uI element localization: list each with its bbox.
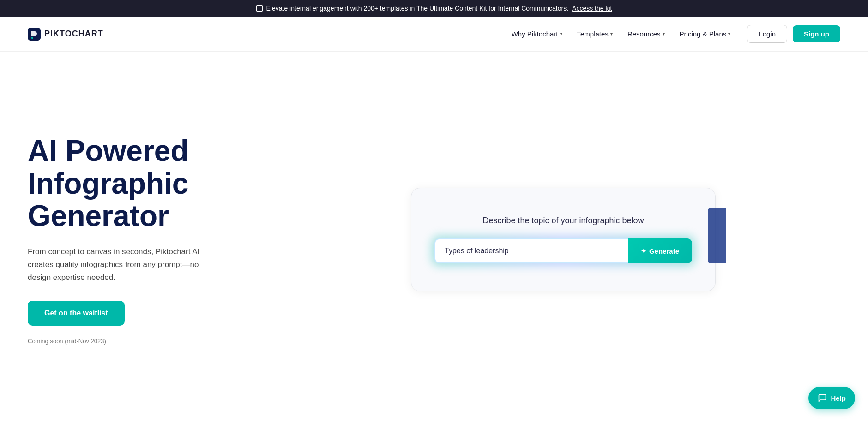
top-banner: Elevate internal engagement with 200+ te… <box>0 0 868 17</box>
document-icon <box>256 5 263 12</box>
chat-icon <box>818 393 827 403</box>
logo-icon <box>28 28 41 41</box>
sparkle-icon: ✦ <box>641 247 646 255</box>
hero-section: AI Powered Infographic Generator From co… <box>0 52 868 418</box>
nav-why-piktochart[interactable]: Why Piktochart ▾ <box>506 26 568 42</box>
login-button[interactable]: Login <box>747 25 787 43</box>
hero-left: AI Powered Infographic Generator From co… <box>28 135 268 344</box>
generate-label: Generate <box>649 247 679 255</box>
logo-text: PIKTOCHART <box>44 29 103 39</box>
logo[interactable]: PIKTOCHART <box>28 28 103 41</box>
chevron-down-icon: ▾ <box>663 31 665 36</box>
chevron-down-icon: ▾ <box>728 31 730 36</box>
ai-input-row: ✦ Generate <box>434 238 692 263</box>
banner-text: Elevate internal engagement with 200+ te… <box>266 5 569 12</box>
ai-topic-input[interactable] <box>434 238 628 263</box>
ai-generator-card: Describe the topic of your infographic b… <box>411 188 716 291</box>
navbar: PIKTOCHART Why Piktochart ▾ Templates ▾ … <box>0 17 868 52</box>
chevron-down-icon: ▾ <box>560 31 562 36</box>
svg-rect-1 <box>31 37 33 39</box>
coming-soon-text: Coming soon (mid-Nov 2023) <box>28 338 268 345</box>
waitlist-button[interactable]: Get on the waitlist <box>28 301 125 326</box>
nav-resources[interactable]: Resources ▾ <box>622 26 670 42</box>
infographic-preview <box>708 208 726 263</box>
nav-pricing[interactable]: Pricing & Plans ▾ <box>674 26 736 42</box>
banner-link[interactable]: Access the kit <box>572 5 612 12</box>
help-button[interactable]: Help <box>808 387 855 409</box>
chevron-down-icon: ▾ <box>610 31 613 36</box>
signup-button[interactable]: Sign up <box>793 25 840 42</box>
nav-buttons: Login Sign up <box>747 25 840 43</box>
nav-links: Why Piktochart ▾ Templates ▾ Resources ▾… <box>506 26 736 42</box>
hero-description: From concept to canvas in seconds, Pikto… <box>28 245 222 284</box>
generate-button[interactable]: ✦ Generate <box>628 238 692 263</box>
hero-title: AI Powered Infographic Generator <box>28 135 268 232</box>
hero-right: Describe the topic of your infographic b… <box>286 188 840 291</box>
help-label: Help <box>831 394 846 402</box>
ai-card-label: Describe the topic of your infographic b… <box>482 216 644 226</box>
nav-templates[interactable]: Templates ▾ <box>572 26 618 42</box>
